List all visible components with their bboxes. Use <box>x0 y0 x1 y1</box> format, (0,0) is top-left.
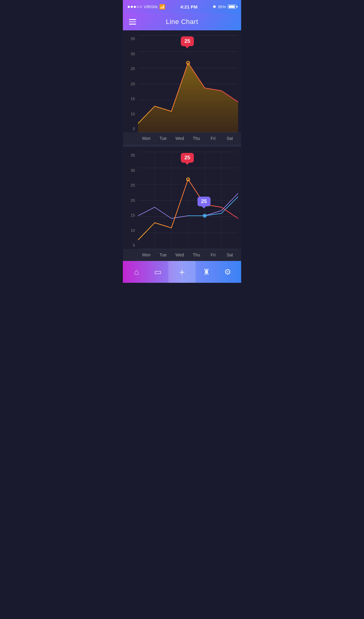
y-axis-1: 35 30 25 20 15 10 5 <box>124 35 135 132</box>
wifi-icon: 📶 <box>159 4 165 10</box>
x-label-mon-2: Mon <box>138 252 155 257</box>
nav-home[interactable]: ⌂ <box>126 261 147 283</box>
status-time: 4:21 PM <box>180 4 198 9</box>
y2-label-5: 5 <box>124 243 135 248</box>
x-axis-1: Mon Tue Wed Thu Fri Sat <box>123 132 241 144</box>
chart-divider <box>123 144 241 147</box>
chart-2: 35 30 25 20 15 10 5 <box>123 147 241 261</box>
dot5 <box>140 6 142 8</box>
y-label-25: 25 <box>124 66 135 71</box>
x-label-thu-1: Thu <box>188 136 205 141</box>
nav-wallet[interactable]: ▭ <box>147 261 168 283</box>
x-label-wed-1: Wed <box>171 136 188 141</box>
y-label-35: 35 <box>124 36 135 41</box>
dot1 <box>128 6 130 8</box>
y-label-15: 15 <box>124 96 135 101</box>
signal-dots <box>128 6 142 8</box>
y-axis-2: 35 30 25 20 15 10 5 <box>124 152 135 249</box>
wallet-icon: ▭ <box>154 267 162 277</box>
bottom-nav: ⌂ ▭ ＋ ♜ ⚙ <box>123 261 241 283</box>
nav-add[interactable]: ＋ <box>168 261 196 283</box>
battery-percent: 95% <box>218 5 226 9</box>
x-label-mon-1: Mon <box>138 136 155 141</box>
dot2 <box>131 6 133 8</box>
y2-label-15: 15 <box>124 213 135 218</box>
x-label-tue-2: Tue <box>155 252 171 257</box>
x-label-sat-2: Sat <box>221 252 238 257</box>
chart-1: 35 30 25 20 15 10 5 <box>123 30 241 144</box>
charts-container: 35 30 25 20 15 10 5 <box>123 30 241 261</box>
battery-icon <box>228 5 236 9</box>
x-label-fri-1: Fri <box>205 136 221 141</box>
page-title: Line Chart <box>166 18 198 26</box>
status-bar: VIRGIN 📶 4:21 PM ✱ 95% <box>123 0 241 13</box>
dot3 <box>134 6 136 8</box>
x-label-wed-2: Wed <box>171 252 188 257</box>
person-icon: ♜ <box>203 267 210 277</box>
plus-icon: ＋ <box>177 266 187 278</box>
svg-marker-0 <box>138 63 238 132</box>
y-label-5: 5 <box>124 127 135 131</box>
x-label-sat-1: Sat <box>221 136 238 141</box>
x-label-fri-2: Fri <box>205 252 221 257</box>
status-left: VIRGIN 📶 <box>128 4 165 10</box>
menu-line-1 <box>129 19 136 20</box>
y-label-30: 30 <box>124 52 135 56</box>
status-right: ✱ 95% <box>213 4 236 9</box>
carrier-label: VIRGIN <box>144 5 157 9</box>
home-icon: ⌂ <box>134 267 139 277</box>
gear-icon: ⚙ <box>224 267 231 277</box>
nav-profile[interactable]: ♜ <box>196 261 217 283</box>
x-axis-2: Mon Tue Wed Thu Fri Sat <box>123 249 241 261</box>
chart-1-svg <box>138 35 238 132</box>
y-label-10: 10 <box>124 112 135 116</box>
dot4 <box>137 6 139 8</box>
battery-fill <box>229 5 235 8</box>
y2-label-35: 35 <box>124 153 135 157</box>
x-label-thu-2: Thu <box>188 252 205 257</box>
nav-settings[interactable]: ⚙ <box>217 261 238 283</box>
y2-label-10: 10 <box>124 228 135 233</box>
app-header: Line Chart <box>123 13 241 30</box>
menu-line-2 <box>129 22 136 22</box>
y2-label-20: 20 <box>124 198 135 203</box>
battery-bar <box>228 5 236 9</box>
chart-2-svg <box>138 152 238 249</box>
y-label-20: 20 <box>124 82 135 86</box>
x-label-tue-1: Tue <box>155 136 171 141</box>
svg-point-4 <box>204 215 206 217</box>
menu-button[interactable] <box>129 19 136 25</box>
y2-label-30: 30 <box>124 168 135 173</box>
bluetooth-icon: ✱ <box>213 4 216 9</box>
menu-line-3 <box>129 24 136 25</box>
y2-label-25: 25 <box>124 183 135 188</box>
